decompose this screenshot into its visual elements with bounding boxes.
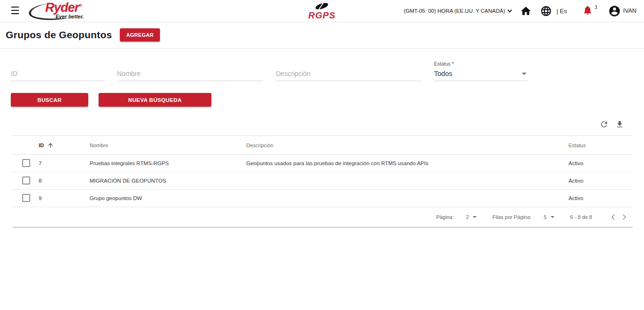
- download-button[interactable]: [615, 120, 624, 129]
- avatar-icon: [608, 5, 621, 17]
- previous-page-button[interactable]: [608, 215, 620, 219]
- add-button[interactable]: AGREGAR: [120, 28, 159, 42]
- descripcion-input[interactable]: [276, 67, 421, 81]
- rgps-app-name: RGPS: [309, 11, 336, 20]
- filters-section: Estatus * Todos BUSCAR NUEVA BÚSQUEDA: [0, 49, 644, 107]
- cell-nombre: Grupo geopuntos DW: [90, 195, 246, 201]
- registered-mark: ®: [79, 3, 82, 8]
- cell-id: 7: [39, 160, 90, 166]
- table-row: 7 Pruebas integrales RTMS-RGPS Geopuntos…: [13, 155, 633, 172]
- nueva-busqueda-button[interactable]: NUEVA BÚSQUEDA: [99, 93, 211, 107]
- timezone-selector[interactable]: (GMT-05: 00) HORA (EE.UU. Y CANADÁ): [404, 8, 511, 14]
- sort-arrow-up-icon: [47, 142, 54, 149]
- column-header-descripcion[interactable]: Descripción: [246, 142, 569, 148]
- ryder-logo[interactable]: Ryder® Ever better.: [28, 1, 100, 21]
- download-icon: [615, 120, 624, 129]
- menu-hamburger-icon[interactable]: ☰: [10, 6, 20, 16]
- filter-buttons-row: BUSCAR NUEVA BÚSQUEDA: [11, 93, 644, 107]
- estatus-value: Todos: [434, 70, 452, 77]
- notifications-button[interactable]: 3: [582, 5, 593, 17]
- table-body: 7 Pruebas integrales RTMS-RGPS Geopuntos…: [13, 155, 633, 207]
- estatus-select-box[interactable]: Todos: [434, 69, 527, 81]
- chevron-left-icon: [611, 214, 617, 219]
- nombre-input[interactable]: [117, 67, 263, 81]
- rgps-logo[interactable]: RGPS: [309, 2, 336, 20]
- page-title: Grupos de Geopuntos: [6, 29, 112, 41]
- cell-estatus: Activo: [569, 178, 633, 184]
- home-icon: [520, 5, 532, 17]
- row-checkbox[interactable]: [22, 159, 30, 167]
- home-button[interactable]: [520, 5, 532, 17]
- filter-fields-row: Estatus * Todos: [11, 61, 644, 81]
- topbar-right: (GMT-05: 00) HORA (EE.UU. Y CANADÁ) | Es…: [404, 5, 636, 17]
- page-select[interactable]: 2: [466, 214, 477, 220]
- title-row: Grupos de Geopuntos AGREGAR: [0, 22, 644, 49]
- pagination-range: 6 - 8 de 8: [570, 214, 592, 220]
- language-label[interactable]: | Es: [557, 8, 567, 15]
- cell-nombre: Pruebas integrales RTMS-RGPS: [90, 160, 246, 166]
- buscar-button[interactable]: BUSCAR: [11, 93, 88, 107]
- refresh-icon: [600, 120, 609, 129]
- table-row: 8 MIGRACIÓN DE GEOPUNTOS Activo: [13, 172, 633, 190]
- refresh-button[interactable]: [600, 120, 609, 129]
- dropdown-caret-icon: [522, 73, 527, 75]
- globe-icon: [540, 5, 552, 17]
- cell-nombre: MIGRACIÓN DE GEOPUNTOS: [90, 178, 246, 184]
- chevron-down-icon: [507, 8, 512, 12]
- row-checkbox[interactable]: [22, 194, 30, 202]
- notifications-badge: 3: [594, 5, 597, 10]
- timezone-label: (GMT-05: 00) HORA (EE.UU. Y CANADÁ): [404, 8, 505, 14]
- cell-id: 8: [39, 178, 90, 184]
- bell-icon: [582, 5, 593, 16]
- estatus-label: Estatus *: [434, 61, 527, 67]
- ryder-brand-name: Ryder®: [45, 1, 82, 14]
- id-input[interactable]: [11, 67, 105, 81]
- row-checkbox[interactable]: [22, 176, 30, 184]
- table-actions: [13, 115, 633, 135]
- column-header-id[interactable]: ID: [39, 142, 90, 149]
- dropdown-caret-icon: [551, 216, 554, 218]
- next-page-button[interactable]: [620, 215, 633, 219]
- cell-estatus: Activo: [569, 195, 633, 201]
- pagination-row: Página: 2 Filas por Página: 5 6 - 8 de 8: [13, 207, 633, 227]
- user-menu[interactable]: IVAN: [608, 5, 636, 17]
- rows-per-page-label: Filas por Página:: [493, 214, 532, 220]
- cell-id: 9: [39, 195, 90, 201]
- username-label: IVAN: [623, 8, 636, 14]
- table-row: 9 Grupo geopuntos DW Activo: [13, 190, 633, 207]
- column-header-estatus[interactable]: Estatus: [569, 142, 633, 148]
- estatus-select[interactable]: Estatus * Todos: [434, 61, 527, 81]
- results-card: ID Nombre Descripción Estatus 7 Pruebas …: [13, 115, 633, 227]
- column-header-nombre[interactable]: Nombre: [90, 142, 246, 148]
- satellite-icon: [313, 2, 331, 10]
- page-label: Página:: [436, 214, 453, 220]
- cell-estatus: Activo: [569, 160, 633, 166]
- ryder-tagline: Ever better.: [56, 14, 84, 19]
- rows-per-page-select[interactable]: 5: [544, 214, 554, 220]
- dropdown-caret-icon: [473, 216, 477, 218]
- cell-descripcion: Geopuntos usados para las pruebas de int…: [246, 160, 569, 166]
- rows-per-page-value: 5: [544, 214, 546, 220]
- topbar: ☰ Ryder® Ever better. RGPS (GMT-05: 00) …: [0, 0, 644, 22]
- language-button[interactable]: [540, 5, 552, 17]
- chevron-right-icon: [620, 214, 626, 219]
- table-header-row: ID Nombre Descripción Estatus: [13, 135, 633, 155]
- page-value: 2: [466, 214, 469, 220]
